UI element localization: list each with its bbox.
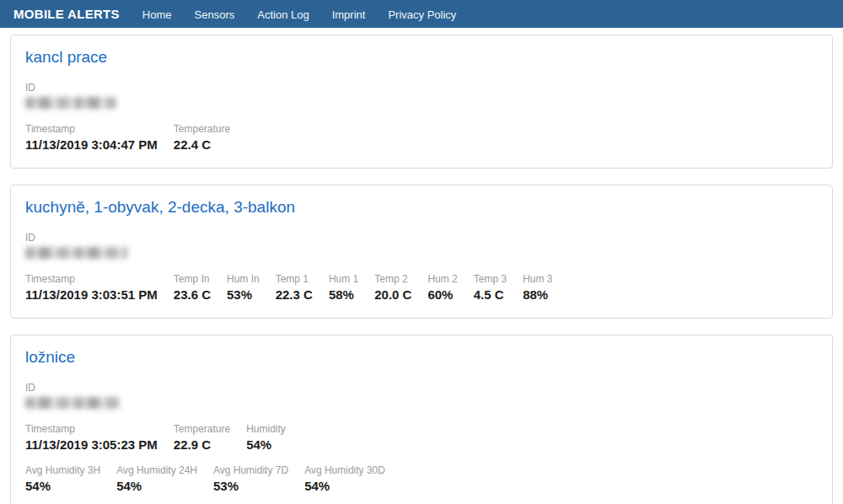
nav-item-imprint[interactable]: Imprint [332, 8, 366, 21]
metric-label: Temperature [174, 124, 230, 135]
metric-label: Hum In [227, 274, 260, 285]
metric-label: Avg Humidity 30D [304, 465, 385, 476]
metric-value: 58% [329, 287, 358, 302]
metric-label: Temp 2 [374, 274, 411, 285]
metric-value: 88% [523, 287, 552, 302]
metric-cell: Temperature 22.9 C [174, 424, 230, 452]
metric-label: Temp In [174, 274, 211, 285]
metric-cell: Timestamp 11/13/2019 3:03:51 PM [25, 274, 158, 302]
metric-cell: Avg Humidity 30D 54% [304, 465, 385, 493]
nav-links: Home Sensors Action Log Imprint Privacy … [142, 7, 456, 22]
id-value-redacted [25, 97, 116, 109]
metric-label: Temp 3 [474, 274, 507, 285]
metric-label: Timestamp [25, 274, 158, 285]
metric-value: 22.3 C [276, 287, 313, 302]
metric-value: 54% [246, 437, 286, 452]
metric-label: Temp 1 [276, 274, 313, 285]
nav-item-privacy-policy[interactable]: Privacy Policy [388, 8, 456, 21]
metric-cell: Temp 1 22.3 C [276, 274, 313, 302]
metric-cell: Temperature 22.4 C [174, 124, 230, 152]
metric-cell: Temp 3 4.5 C [474, 274, 507, 302]
metric-cell: Timestamp 11/13/2019 3:04:47 PM [25, 124, 158, 152]
metric-cell: Temp 2 20.0 C [374, 274, 411, 302]
metric-value: 54% [116, 479, 197, 493]
nav-item-home[interactable]: Home [142, 8, 172, 21]
sensor-id-field: ID [25, 233, 818, 259]
metric-value: 53% [227, 287, 260, 302]
metric-cell: Avg Humidity 3H 54% [25, 465, 100, 493]
metric-cell: Humidity 54% [246, 424, 286, 452]
id-value-redacted [25, 247, 127, 259]
metrics-row: Timestamp 11/13/2019 3:05:23 PM Temperat… [25, 424, 818, 452]
metrics-row: Timestamp 11/13/2019 3:04:47 PM Temperat… [25, 124, 818, 152]
metric-label: Timestamp [25, 124, 158, 135]
sensor-list: kancl prace ID Timestamp 11/13/2019 3:04… [0, 28, 843, 504]
sensor-card-loznice: ložnice ID Timestamp 11/13/2019 3:05:23 … [10, 335, 833, 504]
metric-label: Timestamp [25, 424, 158, 435]
sensor-title-link[interactable]: kuchyně, 1-obyvak, 2-decka, 3-balkon [25, 198, 295, 216]
metric-label: Humidity [246, 424, 286, 435]
nav-item-sensors[interactable]: Sensors [195, 8, 235, 21]
metric-label: Hum 1 [329, 274, 358, 285]
metric-cell: Hum 2 60% [427, 274, 457, 302]
metric-value: 4.5 C [474, 287, 507, 302]
metric-cell: Avg Humidity 24H 54% [116, 465, 197, 493]
brand-link[interactable]: MOBILE ALERTS [13, 7, 120, 21]
metric-value: 22.4 C [174, 137, 230, 152]
metric-value: 53% [213, 479, 288, 493]
metric-label: Avg Humidity 3H [25, 465, 100, 476]
navbar: MOBILE ALERTS Home Sensors Action Log Im… [0, 0, 843, 28]
metric-value: 23.6 C [174, 287, 211, 302]
sensor-card-kuchyne: kuchyně, 1-obyvak, 2-decka, 3-balkon ID … [10, 185, 833, 319]
metric-value: 54% [25, 479, 100, 493]
metric-value: 54% [304, 479, 385, 493]
sensor-card-kancl-prace: kancl prace ID Timestamp 11/13/2019 3:04… [10, 35, 833, 169]
id-label: ID [25, 383, 818, 394]
metric-value: 20.0 C [374, 287, 411, 302]
sensor-title-link[interactable]: kancl prace [25, 48, 107, 66]
id-label: ID [25, 233, 818, 244]
metric-cell: Hum In 53% [227, 274, 260, 302]
metrics-row: Avg Humidity 3H 54% Avg Humidity 24H 54%… [25, 465, 818, 493]
metric-cell: Timestamp 11/13/2019 3:05:23 PM [25, 424, 158, 452]
metric-cell: Hum 1 58% [329, 274, 358, 302]
metric-label: Avg Humidity 7D [213, 465, 288, 476]
metric-label: Hum 3 [523, 274, 552, 285]
metric-value: 11/13/2019 3:05:23 PM [25, 437, 158, 452]
nav-item-action-log[interactable]: Action Log [257, 8, 309, 21]
metric-cell: Temp In 23.6 C [174, 274, 211, 302]
metrics-row: Timestamp 11/13/2019 3:03:51 PM Temp In … [25, 274, 818, 302]
metric-label: Avg Humidity 24H [116, 465, 197, 476]
sensor-id-field: ID [25, 83, 818, 109]
metric-cell: Hum 3 88% [523, 274, 552, 302]
metric-cell: Avg Humidity 7D 53% [213, 465, 288, 493]
metric-value: 60% [427, 287, 457, 302]
metric-value: 11/13/2019 3:04:47 PM [25, 137, 158, 152]
sensor-title-link[interactable]: ložnice [25, 348, 75, 366]
metric-value: 11/13/2019 3:03:51 PM [25, 287, 158, 302]
sensor-id-field: ID [25, 383, 818, 409]
metric-label: Temperature [174, 424, 230, 435]
metric-value: 22.9 C [174, 437, 230, 452]
metric-label: Hum 2 [427, 274, 457, 285]
id-label: ID [25, 83, 818, 94]
id-value-redacted [25, 397, 121, 409]
